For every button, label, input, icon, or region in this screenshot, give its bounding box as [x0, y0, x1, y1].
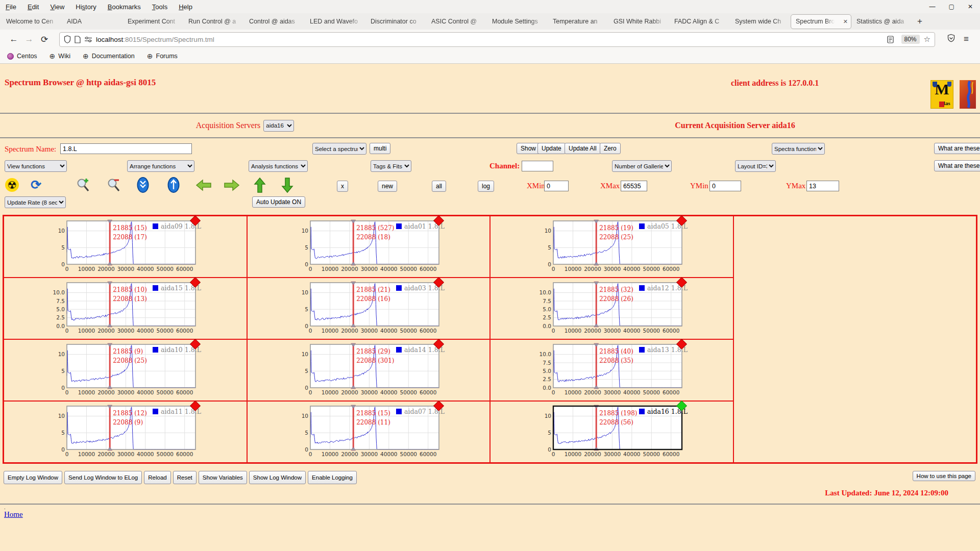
- xmin-input[interactable]: [544, 181, 569, 191]
- bookmark-star-icon[interactable]: ☆: [924, 35, 930, 44]
- what-are-these-button-1[interactable]: What are these?: [934, 143, 980, 154]
- reload-icon[interactable]: ⟳: [38, 34, 51, 45]
- spectrum-panel-aida16[interactable]: 0510010000200003000040000500006000021885…: [539, 405, 688, 460]
- how-to-use-button[interactable]: How to use this page: [913, 471, 975, 481]
- hamburger-menu-icon[interactable]: ≡: [960, 34, 973, 44]
- account-shield-icon[interactable]: [944, 34, 958, 45]
- page-icon[interactable]: [75, 36, 81, 43]
- reader-mode-icon[interactable]: [887, 36, 894, 43]
- zoom-level-badge[interactable]: 80%: [901, 35, 920, 44]
- browser-tab-7[interactable]: Discriminator co: [366, 15, 426, 29]
- browser-tab-12[interactable]: FADC Align & C: [670, 15, 729, 29]
- spectrum-plot[interactable]: 0.02.55.07.510.0010000200003000040000500…: [539, 281, 688, 336]
- menu-item-help[interactable]: Help: [173, 3, 198, 11]
- spectrum-panel-aida11[interactable]: 0510010000200003000040000500006000021885…: [53, 405, 202, 460]
- browser-tab-8[interactable]: ASIC Control @: [427, 15, 486, 29]
- tab-close-icon[interactable]: ✕: [843, 15, 848, 29]
- footer-button-reset[interactable]: Reset: [173, 471, 197, 484]
- channel-input[interactable]: [522, 161, 553, 171]
- browser-tab-14[interactable]: Spectrum Bro✕: [791, 15, 851, 29]
- refresh-spectra-icon[interactable]: ⟳: [31, 178, 41, 192]
- down-arrow-icon[interactable]: [281, 177, 293, 195]
- menu-item-file[interactable]: File: [0, 3, 22, 11]
- spectrum-panel-aida09[interactable]: 0510010000200003000040000500006000021885…: [53, 219, 202, 274]
- layout-id-dropdown[interactable]: Layout ID=3: [735, 160, 776, 172]
- spectrum-plot[interactable]: 0.02.55.07.510.0010000200003000040000500…: [539, 343, 688, 398]
- up-arrow-icon[interactable]: [254, 177, 266, 195]
- spectrum-plot[interactable]: 0510010000200003000040000500006000021885…: [53, 343, 202, 398]
- browser-tab-5[interactable]: Control @ aidas: [244, 15, 304, 29]
- close-button[interactable]: ✕: [968, 3, 973, 10]
- menu-item-bookmarks[interactable]: Bookmarks: [102, 3, 146, 11]
- radiation-icon[interactable]: ☢: [5, 178, 19, 192]
- bookmark-centos[interactable]: Centos: [7, 53, 37, 60]
- shield-icon[interactable]: [64, 35, 71, 43]
- next-arrow-icon[interactable]: [224, 179, 240, 193]
- footer-button-empty-log-window[interactable]: Empty Log Window: [4, 471, 62, 484]
- arrange-functions-dropdown[interactable]: Arrange functions: [127, 160, 194, 172]
- spectrum-plot[interactable]: 0510010000200003000040000500006000021885…: [296, 343, 445, 398]
- new-button[interactable]: new: [378, 181, 397, 192]
- spectrum-panel-aida05[interactable]: 0510010000200003000040000500006000021885…: [539, 219, 688, 274]
- ymin-input[interactable]: [709, 181, 741, 191]
- spectrum-plot[interactable]: 0510010000200003000040000500006000021885…: [539, 219, 688, 274]
- what-are-these-button-2[interactable]: What are these?: [934, 160, 980, 171]
- xmax-input[interactable]: [621, 181, 647, 191]
- ymax-input[interactable]: [806, 181, 839, 191]
- permissions-icon[interactable]: [84, 36, 92, 42]
- url-bar[interactable]: localhost :8015/Spectrum/Spectrum.tml 80…: [59, 32, 935, 47]
- footer-button-send-log-window-to-elog[interactable]: Send Log Window to ELog: [64, 471, 142, 484]
- spectrum-panel-aida12[interactable]: 0.02.55.07.510.0010000200003000040000500…: [539, 281, 688, 336]
- menu-item-view[interactable]: View: [44, 3, 70, 11]
- x-button[interactable]: x: [337, 181, 348, 192]
- bookmark-forums[interactable]: ⊕Forums: [147, 52, 178, 60]
- spectrum-panel-aida07[interactable]: 0510010000200003000040000500006000021885…: [296, 405, 445, 460]
- multi-button[interactable]: multi: [370, 143, 390, 154]
- browser-tab-6[interactable]: LED and Wavefo: [305, 15, 365, 29]
- number-of-galleries-dropdown[interactable]: Number of Galleries: [612, 160, 672, 172]
- footer-button-reload[interactable]: Reload: [144, 471, 170, 484]
- spectrum-plot[interactable]: 0510010000200003000040000500006000021885…: [296, 405, 445, 460]
- back-icon[interactable]: ←: [7, 34, 20, 44]
- analysis-functions-dropdown[interactable]: Analysis functions: [249, 160, 308, 172]
- maximize-button[interactable]: ▢: [949, 3, 954, 10]
- spectrum-plot[interactable]: 0.02.55.07.510.0010000200003000040000500…: [53, 281, 202, 336]
- spectrum-panel-aida03[interactable]: 0510010000200003000040000500006000021885…: [296, 281, 445, 336]
- spectrum-plot[interactable]: 0510010000200003000040000500006000021885…: [53, 219, 202, 274]
- select-spectrum-dropdown[interactable]: Select a spectrum: [312, 143, 366, 155]
- spectra-functions-dropdown[interactable]: Spectra functions: [772, 143, 825, 155]
- spectrum-panel-aida15[interactable]: 0.02.55.07.510.0010000200003000040000500…: [53, 281, 202, 336]
- all-button[interactable]: all: [432, 181, 446, 192]
- bookmark-wiki[interactable]: ⊕Wiki: [50, 52, 70, 60]
- update-all-button[interactable]: Update All: [565, 143, 601, 154]
- tags-fits-dropdown[interactable]: Tags & Fits: [371, 160, 411, 172]
- browser-tab-9[interactable]: Module Settings: [487, 15, 547, 29]
- browser-tab-2[interactable]: AIDA: [62, 15, 122, 29]
- browser-tab-11[interactable]: GSI White Rabbi: [609, 15, 669, 29]
- browser-tab-3[interactable]: Experiment Cont: [123, 15, 183, 29]
- browser-tab-4[interactable]: Run Control @ a: [184, 15, 243, 29]
- update-button[interactable]: Update: [537, 143, 566, 154]
- bookmark-documentation[interactable]: ⊕Documentation: [83, 52, 135, 60]
- spectrum-plot[interactable]: 0510010000200003000040000500006000021885…: [296, 281, 445, 336]
- log-button[interactable]: log: [478, 181, 494, 192]
- update-rate-dropdown[interactable]: Update Rate (8 secs): [5, 196, 66, 208]
- browser-tab-1[interactable]: Welcome to Cen: [2, 15, 61, 29]
- previous-arrow-icon[interactable]: [195, 179, 212, 193]
- zoom-out-icon[interactable]: [106, 178, 121, 195]
- spectrum-plot[interactable]: 0510010000200003000040000500006000021885…: [539, 405, 688, 460]
- zero-button[interactable]: Zero: [600, 143, 621, 154]
- browser-tab-15[interactable]: Statistics @ aida: [852, 15, 912, 29]
- spectrum-panel-aida10[interactable]: 0510010000200003000040000500006000021885…: [53, 343, 202, 398]
- spectrum-name-input[interactable]: [60, 143, 192, 154]
- auto-update-button[interactable]: Auto Update ON: [252, 196, 305, 208]
- shrink-vertical-icon[interactable]: [137, 177, 149, 195]
- show-button[interactable]: Show: [517, 143, 540, 154]
- spectrum-panel-aida01[interactable]: 0510010000200003000040000500006000021885…: [296, 219, 445, 274]
- acquisition-server-select[interactable]: aida16: [263, 120, 294, 132]
- spectrum-plot[interactable]: 0510010000200003000040000500006000021885…: [53, 405, 202, 460]
- expand-vertical-icon[interactable]: [167, 177, 180, 195]
- spectrum-panel-aida14[interactable]: 0510010000200003000040000500006000021885…: [296, 343, 445, 398]
- forward-icon[interactable]: →: [22, 34, 36, 44]
- footer-button-enable-logging[interactable]: Enable Logging: [308, 471, 357, 484]
